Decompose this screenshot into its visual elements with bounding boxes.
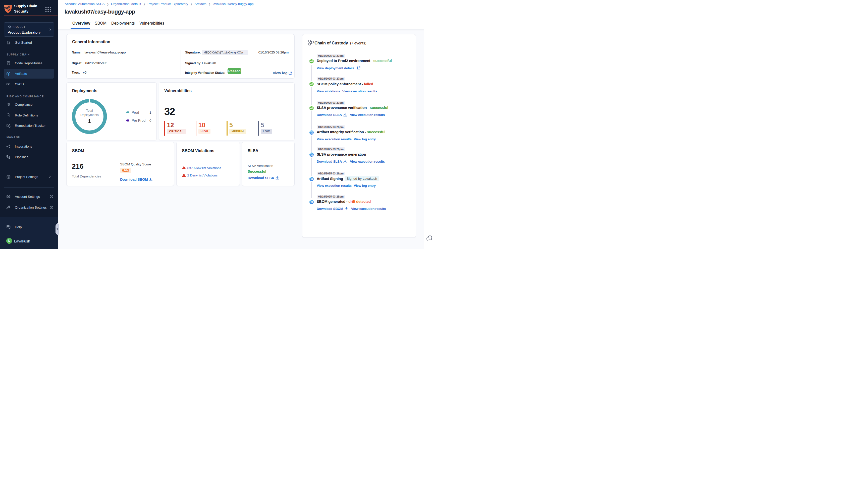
svg-text:?: ? [8, 225, 9, 227]
